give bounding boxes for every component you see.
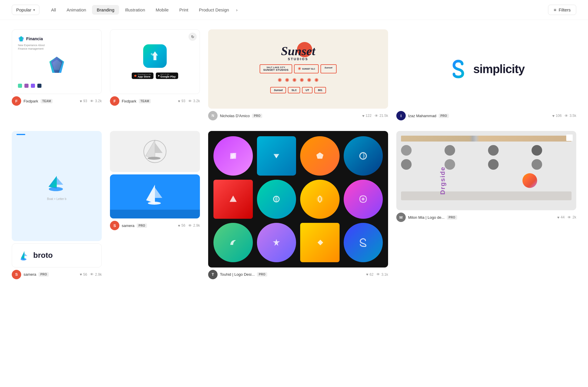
sail-skyline bbox=[110, 210, 200, 218]
nav-cat-illustration[interactable]: Illustration bbox=[120, 5, 150, 15]
shot-card-drgside[interactable]: Drgside bbox=[396, 131, 576, 210]
views-count-drgside: 2k bbox=[572, 215, 576, 219]
likes-count-logos-grid: 62 bbox=[370, 272, 373, 277]
badge-team-fixdpark-2: TEAM bbox=[139, 99, 151, 103]
views-simplicity: 👁 3.5k bbox=[564, 114, 576, 118]
avatar-samera: S bbox=[12, 270, 21, 279]
stats-sunset: ♥ 122 👁 21.5k bbox=[362, 114, 388, 118]
author-name-izaz[interactable]: Izaz Mahammad bbox=[408, 114, 436, 118]
likes-drgside: ♥ 44 bbox=[557, 215, 564, 220]
nav-cat-product-design[interactable]: Product Design bbox=[194, 5, 234, 15]
author-name-touhid[interactable]: Touhid | Logo Desi... bbox=[220, 272, 255, 277]
stats-sailing: ♥ 56 👁 2.9k bbox=[178, 223, 200, 228]
shot-meta-appstore: F Fixdpark TEAM ♥ 93 👁 3.2k bbox=[110, 94, 200, 107]
shots-row-2: Boat + Letter b broto bbox=[12, 131, 576, 280]
eye-icon-5: 👁 bbox=[90, 272, 94, 277]
pencil-decoration bbox=[401, 136, 572, 142]
views-drgside: 👁 2k bbox=[567, 215, 576, 220]
nav-cat-print[interactable]: Print bbox=[175, 5, 193, 15]
likes-count-appstore: 93 bbox=[181, 99, 185, 103]
views-broto: 👁 2.9k bbox=[90, 272, 102, 277]
avatar-touhid: T bbox=[208, 270, 218, 279]
likes-count-sunset: 122 bbox=[366, 114, 372, 118]
shot-meta-drgside: M Milon Mia | Logo de... PRO ♥ 44 👁 2k bbox=[396, 210, 576, 223]
stats-simplicity: ♥ 106 👁 3.5k bbox=[552, 114, 576, 118]
main-content: Financia New Experiance AboutFinance man… bbox=[0, 20, 588, 299]
author-name-fixdpark[interactable]: Fixdpark bbox=[24, 99, 38, 103]
nav-bar: Popular ▾ All Animation Branding Illustr… bbox=[0, 0, 588, 20]
avatar-fixdpark: F bbox=[12, 96, 21, 106]
shot-logos-grid-wrapper: T Touhid | Logo Desi... PRO ♥ 62 👁 3.1k bbox=[208, 131, 388, 280]
shot-card-sail-bottom[interactable] bbox=[110, 174, 200, 218]
shot-sunset-wrapper: Sunset STUDIOS SALT LAKE CITYSUNSET STUD… bbox=[208, 29, 388, 122]
nav-cat-animation[interactable]: Animation bbox=[62, 5, 91, 15]
shot-financia-wrapper: Financia New Experiance AboutFinance man… bbox=[12, 29, 102, 122]
shot-card-sail-top[interactable] bbox=[110, 131, 200, 172]
shot-card-simplicity[interactable]: simplicity bbox=[396, 29, 576, 109]
author-name-milon[interactable]: Milon Mia | Logo de... bbox=[408, 215, 445, 220]
likes-simplicity: ♥ 106 bbox=[552, 114, 562, 118]
heart-icon-3: ♥ bbox=[362, 114, 365, 118]
views-sailing: 👁 2.9k bbox=[188, 223, 200, 228]
author-name-samera[interactable]: samera bbox=[24, 272, 36, 277]
views-count-simplicity: 3.5k bbox=[569, 114, 576, 118]
shot-meta-simplicity: I Izaz Mahammad PRO ♥ 106 👁 3.5k bbox=[396, 109, 576, 122]
likes-appstore: ♥ 93 bbox=[178, 99, 185, 103]
drgside-white-square bbox=[566, 134, 573, 141]
views-count-broto: 2.9k bbox=[95, 272, 102, 277]
likes-sunset: ♥ 122 bbox=[362, 114, 372, 118]
likes-count-drgside: 44 bbox=[561, 215, 564, 219]
avatar-nicholas: N bbox=[208, 111, 218, 120]
eye-icon-4: 👁 bbox=[564, 114, 568, 118]
badge-pro-izaz: PRO bbox=[439, 114, 449, 118]
stats-broto: ♥ 56 👁 2.9k bbox=[80, 272, 102, 277]
shot-simplicity-wrapper: simplicity I Izaz Mahammad PRO ♥ 106 👁 3… bbox=[396, 29, 576, 122]
avatar-milon: M bbox=[396, 213, 406, 222]
badge-team-fixdpark: TEAM bbox=[41, 99, 53, 103]
nav-more-icon[interactable]: › bbox=[235, 5, 239, 15]
shot-card-sunset[interactable]: Sunset STUDIOS SALT LAKE CITYSUNSET STUD… bbox=[208, 29, 388, 109]
nav-cat-all[interactable]: All bbox=[46, 5, 61, 15]
author-name-nicholas[interactable]: Nicholas D'Amico bbox=[220, 114, 250, 118]
sunset-script-text: Sunset bbox=[281, 45, 315, 57]
heart-icon-4: ♥ bbox=[552, 114, 555, 118]
likes-count-simplicity: 106 bbox=[556, 114, 562, 118]
chevron-down-icon: ▾ bbox=[33, 8, 35, 12]
avatar-fixdpark-2: F bbox=[110, 96, 119, 106]
eye-icon-6: 👁 bbox=[188, 223, 192, 228]
views-count-sunset: 21.5k bbox=[380, 114, 388, 118]
likes-count-sailing: 56 bbox=[181, 223, 185, 228]
views-financia: 👁 3.2k bbox=[90, 99, 102, 103]
eye-icon-2: 👁 bbox=[188, 99, 192, 103]
heart-icon-2: ♥ bbox=[178, 99, 180, 103]
shot-card-logos-grid[interactable] bbox=[208, 131, 388, 267]
sort-label: Popular bbox=[16, 7, 31, 12]
views-count-logos-grid: 3.1k bbox=[381, 272, 388, 277]
views-count-sailing: 2.9k bbox=[193, 223, 200, 228]
eye-icon-7: 👁 bbox=[376, 272, 380, 277]
shot-card-broto-top[interactable]: Boat + Letter b bbox=[12, 131, 102, 241]
shot-card-appstore[interactable]: ↻ bbox=[110, 29, 200, 94]
author-name-fixdpark-2[interactable]: Fixdpark bbox=[122, 99, 136, 103]
author-name-samera-2[interactable]: samera bbox=[122, 223, 134, 228]
badge-pro-nicholas: PRO bbox=[252, 114, 262, 118]
shot-meta-broto: S samera PRO ♥ 56 👁 2.9k bbox=[12, 267, 102, 280]
sort-dropdown[interactable]: Popular ▾ bbox=[12, 5, 39, 15]
likes-broto: ♥ 56 bbox=[80, 272, 87, 277]
shot-meta-logos-grid: T Touhid | Logo Desi... PRO ♥ 62 👁 3.1k bbox=[208, 267, 388, 280]
heart-icon-8: ♥ bbox=[557, 215, 559, 220]
sunset-logo-main: Sunset STUDIOS bbox=[281, 45, 315, 61]
shot-meta-financia: F Fixdpark TEAM ♥ 93 👁 3.2k bbox=[12, 94, 102, 107]
shot-card-financia[interactable]: Financia New Experiance AboutFinance man… bbox=[12, 29, 102, 94]
stats-appstore: ♥ 93 👁 3.2k bbox=[178, 99, 200, 103]
likes-count-financia: 93 bbox=[83, 99, 87, 103]
badge-pro-touhid: PRO bbox=[257, 272, 267, 277]
nav-cat-mobile[interactable]: Mobile bbox=[151, 5, 173, 15]
nav-cat-branding[interactable]: Branding bbox=[92, 5, 119, 15]
eye-icon: 👁 bbox=[90, 99, 94, 103]
views-count-financia: 3.2k bbox=[95, 99, 102, 103]
shot-broto-wrapper: Boat + Letter b broto bbox=[12, 131, 102, 280]
shot-card-broto-bottom[interactable]: broto bbox=[12, 243, 102, 267]
likes-logos-grid: ♥ 62 bbox=[366, 272, 373, 277]
filters-button[interactable]: ≡ Filters bbox=[548, 5, 576, 15]
